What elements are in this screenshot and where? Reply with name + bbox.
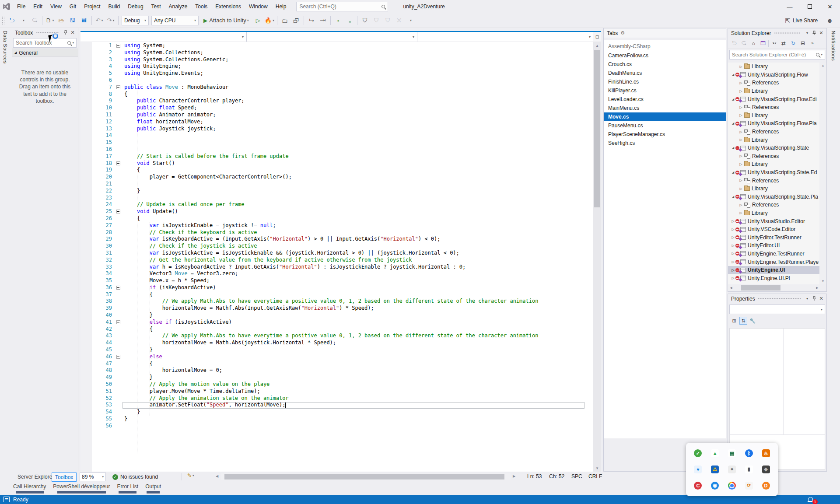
editor-split-handle[interactable]: ⊟ [593, 32, 601, 42]
code-line[interactable]: 24 // Update is called once per frame [80, 201, 593, 208]
code-line[interactable]: 11 public Animator animator; [80, 112, 593, 119]
expander-closed-icon[interactable]: ▷ [738, 203, 743, 207]
expander-closed-icon[interactable]: ▷ [731, 235, 735, 239]
server-explorer-tab[interactable]: Server Explorer [14, 472, 57, 482]
toolbox-tab[interactable]: Toolbox [52, 472, 77, 482]
scrollbar-thumb[interactable] [224, 474, 504, 480]
expander-closed-icon[interactable]: ▷ [738, 105, 743, 109]
tree-item-unity-visualscripting-state[interactable]: ◢Unity.VisualScripting.State [728, 144, 820, 152]
google-drive-icon[interactable]: ▲ [711, 449, 719, 457]
properties-object-dropdown[interactable]: ▾ [729, 304, 825, 314]
tree-item-references[interactable]: ▷References [728, 128, 820, 136]
expander-closed-icon[interactable]: ▷ [738, 138, 743, 142]
chevron-down-icon[interactable]: ▾ [804, 30, 811, 36]
expander-open-icon[interactable]: ◢ [731, 171, 735, 174]
expander-closed-icon[interactable]: ▷ [738, 113, 743, 117]
notifications-tab[interactable]: Notifications [828, 28, 839, 63]
code-line[interactable]: 32 // Get the horizontal value from the … [80, 257, 593, 264]
menu-analyze[interactable]: Analyze [165, 0, 192, 13]
issues-indicator[interactable]: ✓ No issues found [112, 472, 158, 481]
shield-outline-icon[interactable]: ♥ [694, 466, 702, 473]
code-line[interactable]: 49 } [80, 374, 593, 381]
code-line[interactable]: 51 player.Move(Move * Time.deltaTime); [80, 388, 593, 395]
code-line[interactable]: 4using UnityEngine; [80, 63, 593, 70]
code-line[interactable]: 17 // Start is called before the first f… [80, 153, 593, 160]
tree-item-references[interactable]: ▷References [728, 103, 820, 112]
code-line[interactable]: 26 { [80, 215, 593, 222]
categorized-view-icon[interactable]: ⊞ [730, 317, 738, 325]
navbar-member-dropdown[interactable]: ▾ [417, 32, 593, 42]
ccleaner-icon[interactable]: C [694, 482, 702, 490]
expander-closed-icon[interactable]: ▷ [731, 276, 735, 280]
solution-explorer-pin-icon[interactable] [811, 30, 818, 36]
tree-vertical-scrollbar[interactable]: ▲ ▼ [819, 63, 826, 284]
fold-collapse-icon[interactable] [116, 44, 120, 48]
tree-item-unityeditor-ui[interactable]: ▷UnityEditor.UI [728, 242, 820, 250]
expander-open-icon[interactable]: ◢ [731, 195, 735, 199]
menu-tools[interactable]: Tools [191, 0, 211, 13]
tree-item-unityeditor-testrunner[interactable]: ▷UnityEditor.TestRunner [728, 233, 820, 242]
spreadsheet-grid-icon[interactable]: ▤ [728, 449, 736, 457]
code-line[interactable]: 22 } [80, 188, 593, 195]
menu-edit[interactable]: Edit [29, 0, 46, 13]
tree-item-library[interactable]: ▷Library [728, 160, 820, 168]
code-line[interactable]: 7public class Move : MonoBehaviour [80, 84, 593, 91]
scroll-up-icon[interactable]: ▲ [593, 42, 601, 49]
fold-collapse-icon[interactable] [116, 161, 120, 165]
menu-build[interactable]: Build [105, 0, 124, 13]
open-file-levelloader-cs[interactable]: LevelLoader.cs [604, 95, 726, 104]
menu-test[interactable]: Test [147, 0, 165, 13]
restore-button[interactable] [800, 0, 820, 13]
scroll-down-icon[interactable]: ▼ [593, 465, 601, 472]
code-line[interactable]: 43 // We apply Math.Abs to have everytim… [80, 332, 593, 340]
tree-item-library[interactable]: ▷Library [728, 63, 820, 71]
next-bookmark-button[interactable]: ⛉ [382, 15, 393, 26]
sync-icon[interactable]: ⟳ [745, 482, 753, 490]
tree-item-unityengine-testrunner-playe[interactable]: ▷UnityEngine.TestRunner.Playe [728, 258, 820, 266]
editor-zoom-dropdown[interactable]: 89 %▾ [80, 472, 106, 481]
save-button[interactable]: 🖫 [67, 15, 78, 26]
open-file-mainmenu-cs[interactable]: MainMenu.cs [604, 104, 726, 112]
code-line[interactable]: 30 // Check if the joystick is active [80, 243, 593, 250]
code-line[interactable]: 21 [80, 181, 593, 188]
menu-help[interactable]: Help [272, 0, 290, 13]
open-file-move-cs[interactable]: Move.cs [604, 112, 726, 121]
code-line[interactable]: 1using System; [80, 42, 593, 49]
fold-collapse-icon[interactable] [116, 210, 120, 214]
overflow-icon[interactable]: » [808, 39, 817, 48]
back-icon[interactable]: ⮌ [730, 39, 738, 48]
solution-explorer-close-icon[interactable]: ✕ [818, 30, 825, 36]
properties-close-icon[interactable]: ✕ [818, 295, 825, 302]
expander-closed-icon[interactable]: ▷ [738, 178, 743, 182]
bluetooth-icon[interactable]: ᛒ [745, 449, 753, 457]
gear-icon[interactable]: ⚙ [620, 30, 625, 36]
expander-closed-icon[interactable]: ▷ [738, 162, 743, 166]
alphabetical-view-icon[interactable]: ⇅ [739, 317, 747, 325]
expander-open-icon[interactable]: ◢ [731, 146, 735, 150]
code-line[interactable]: 27 var isJoystickEnable = joystick != nu… [80, 222, 593, 229]
code-line[interactable]: 39 horizontalMove = Mathf.Abs(Input.GetA… [80, 305, 593, 312]
pane-tab-error-list[interactable]: Error List [117, 482, 138, 494]
code-line[interactable]: 3using System.Collections.Generic; [80, 56, 593, 63]
tree-item-references[interactable]: ▷References [728, 152, 820, 161]
fold-collapse-icon[interactable] [116, 85, 120, 89]
show-output-window-button[interactable]: 🗗 [291, 15, 301, 26]
expander-closed-icon[interactable]: ▷ [738, 65, 743, 69]
decrease-indent-button[interactable]: ⹀ [333, 15, 343, 26]
switch-views-icon[interactable]: 🗔 [759, 39, 767, 48]
menu-extensions[interactable]: Extensions [211, 0, 245, 13]
toolbox-close-icon[interactable]: ✕ [69, 29, 76, 36]
properties-pin-icon[interactable] [811, 295, 818, 302]
expander-open-icon[interactable]: ◢ [731, 73, 735, 77]
toolbar-grip[interactable] [2, 16, 4, 25]
solution-explorer-search-input[interactable]: Search Solution Explorer (Ctrl+è) ▾ [729, 50, 825, 60]
code-line[interactable]: 29 var isKeyboardActive = (Input.GetAxis… [80, 236, 593, 243]
tree-item-library[interactable]: ▷Library [728, 136, 820, 144]
scrollbar-thumb[interactable] [594, 50, 600, 207]
code-line[interactable]: 28 // Check if the keyboard is active [80, 229, 593, 236]
forward-icon[interactable]: ⮎ [739, 39, 748, 48]
tree-item-library[interactable]: ▷Library [728, 185, 820, 193]
java-icon[interactable]: ♨ [762, 449, 770, 457]
code-line[interactable]: 8{ [80, 91, 593, 98]
open-file-playerscenemanager-cs[interactable]: PlayerSceneManager.cs [604, 130, 726, 139]
